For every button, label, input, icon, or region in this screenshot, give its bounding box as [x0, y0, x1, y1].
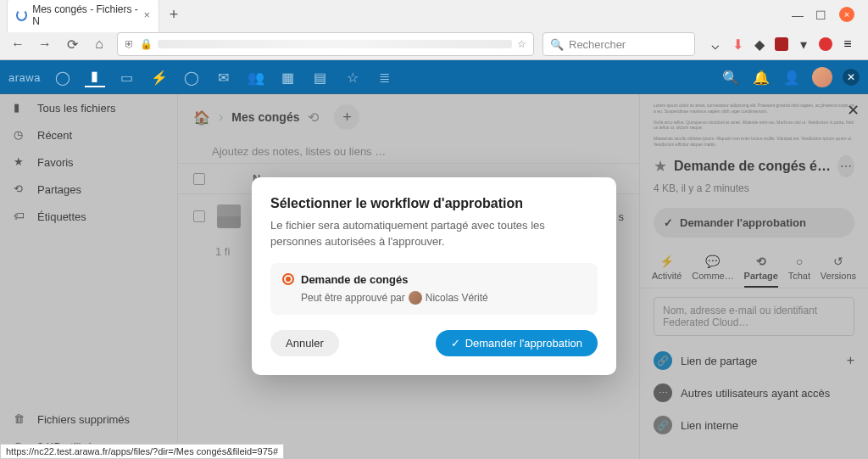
browser-tab[interactable]: Mes congés - Fichiers - N × [7, 0, 159, 32]
panel-close-icon[interactable]: ✕ [843, 69, 860, 86]
browser-status-bar: https://nc22.test.arawa.fr/apps/files/?d… [0, 444, 284, 459]
files-icon[interactable]: ▮ [85, 67, 105, 87]
forward-button[interactable]: → [36, 35, 54, 53]
shield-icon: ⛨ [125, 38, 135, 50]
approver-name: Nicolas Vérité [426, 292, 488, 304]
download-icon[interactable]: ⬇ [731, 37, 744, 51]
ext-icon-2[interactable]: ▾ [797, 37, 810, 51]
cancel-button[interactable]: Annuler [270, 330, 339, 356]
notifications-icon[interactable]: 🔔 [751, 67, 771, 87]
check-icon: ✓ [451, 337, 460, 350]
calendar-icon[interactable]: ▦ [278, 67, 298, 87]
reload-button[interactable]: ⟳ [63, 35, 81, 53]
user-avatar[interactable] [812, 67, 832, 87]
tab-title: Mes congés - Fichiers - N [32, 3, 138, 27]
home-button[interactable]: ⌂ [90, 35, 108, 53]
contacts-icon[interactable]: 👥 [246, 67, 266, 87]
notes-icon[interactable]: ≣ [375, 67, 395, 87]
deck-icon[interactable]: ▤ [310, 67, 331, 87]
favorites-icon[interactable]: ☆ [342, 67, 363, 87]
dashboard-icon[interactable]: ◯ [53, 67, 73, 87]
contacts-menu-icon[interactable]: 👤 [782, 67, 802, 87]
ext-icon-1[interactable]: ◆ [753, 37, 766, 51]
app-topbar: arawa ◯ ▮ ▭ ⚡ ◯ ✉ 👥 ▦ ▤ ☆ ≣ 🔍 🔔 👤 ✕ [0, 60, 868, 94]
approval-workflow-modal: Sélectionner le workflow d'approbation L… [252, 177, 616, 374]
workflow-name: Demande de congés [301, 273, 408, 286]
workflow-option[interactable]: Demande de congés Peut être approuvé par… [270, 263, 598, 315]
browser-search[interactable]: 🔍 Rechercher [542, 32, 695, 56]
brand-logo: arawa [8, 71, 41, 84]
talk-icon[interactable]: ◯ [181, 67, 202, 87]
modal-overlay: Sélectionner le workflow d'approbation L… [0, 93, 868, 459]
mail-icon[interactable]: ✉ [214, 67, 234, 87]
modal-title: Sélectionner le workflow d'approbation [270, 196, 598, 211]
tab-close-icon[interactable]: × [143, 8, 150, 21]
search-icon: 🔍 [550, 38, 564, 51]
url-blurred [158, 40, 512, 48]
bookmark-star-icon[interactable]: ☆ [517, 38, 526, 50]
lock-icon: 🔒 [140, 38, 153, 50]
activity-icon[interactable]: ⚡ [149, 67, 170, 87]
approver-avatar [409, 291, 422, 305]
url-bar[interactable]: ⛨ 🔒 ☆ [117, 32, 534, 56]
adblock-icon[interactable] [819, 37, 832, 51]
ublock-icon[interactable] [775, 37, 788, 51]
radio-selected-icon[interactable] [282, 273, 294, 285]
maximize-button[interactable]: ☐ [815, 8, 827, 20]
new-tab-button[interactable]: + [163, 3, 185, 25]
menu-icon[interactable]: ≡ [841, 37, 854, 51]
pocket-icon[interactable]: ⌵ [709, 37, 722, 51]
approver-prefix: Peut être approuvé par [301, 292, 405, 304]
modal-description: Le fichier sera automatiquement partagé … [270, 218, 598, 249]
window-close-button[interactable]: × [839, 7, 854, 22]
tab-favicon [16, 9, 27, 21]
confirm-approval-button[interactable]: ✓ Demander l'approbation [436, 330, 598, 356]
search-placeholder: Rechercher [569, 38, 626, 51]
back-button[interactable]: ← [8, 35, 27, 53]
minimize-button[interactable]: — [792, 8, 804, 20]
photos-icon[interactable]: ▭ [117, 67, 137, 87]
app-search-icon[interactable]: 🔍 [721, 67, 741, 87]
